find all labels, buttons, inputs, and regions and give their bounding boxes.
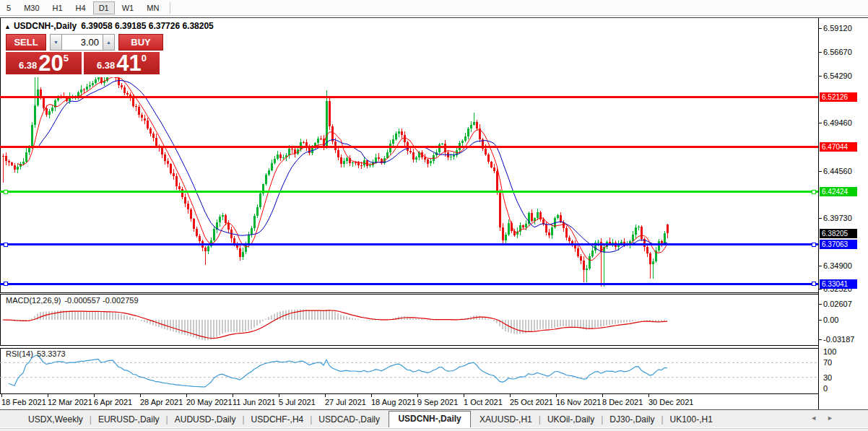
date-axis-tick <box>325 394 326 397</box>
tab-usdx-weekly[interactable]: USDX,Weekly <box>22 412 90 427</box>
tab-uk100-h1[interactable]: UK100-,H1 <box>664 412 719 427</box>
volume-increase-button[interactable]: ▲ <box>103 34 115 51</box>
price-axis: 6.591206.566706.542906.494606.445606.397… <box>818 18 868 409</box>
tab-dj30-daily[interactable]: DJ30-,Daily <box>603 412 661 427</box>
price-axis-label: 6.54290 <box>823 71 852 80</box>
sell-button[interactable]: SELL <box>6 34 46 51</box>
date-axis-tick <box>233 394 233 397</box>
price-line-6.52126[interactable] <box>0 96 819 98</box>
date-axis-tick <box>48 394 48 397</box>
price-axis-label: 6.56670 <box>823 48 852 56</box>
date-axis-tick <box>602 394 603 397</box>
date-label: 20 May 2021 <box>186 398 233 406</box>
line-drag-handle[interactable] <box>812 282 815 286</box>
date-label: 25 Oct 2021 <box>510 398 553 406</box>
date-axis-tick <box>510 394 511 397</box>
chart-window[interactable]: ▲USDCNH-,Daily6.39058 6.39185 6.37726 6.… <box>0 17 868 431</box>
timeframe-toolbar: 5M30H1H4D1W1MN <box>0 0 868 16</box>
date-label: 5 Jul 2021 <box>279 398 316 406</box>
buy-button[interactable]: BUY <box>118 34 163 51</box>
rsi-axis-label: 70 <box>823 358 832 367</box>
price-line-6.47044[interactable] <box>0 146 819 148</box>
line-drag-handle[interactable] <box>812 190 815 193</box>
chart-ohlc-values: 6.39058 6.39185 6.37726 6.38205 <box>81 21 214 31</box>
timeframe-h1[interactable]: H1 <box>47 1 69 14</box>
toolbar-separator <box>170 2 170 14</box>
ask-price-panel[interactable]: 6.38410 <box>84 52 160 74</box>
timeframe-m30[interactable]: M30 <box>18 1 45 14</box>
tab-usdcad-daily[interactable]: USDCAD-,Daily <box>312 412 386 427</box>
tab-usdchf-h4[interactable]: USDCHF-,H4 <box>245 412 311 427</box>
volume-decrease-button[interactable]: ▼ <box>50 34 62 51</box>
date-axis-tick <box>371 394 372 397</box>
price-axis-tick <box>819 123 822 123</box>
macd-histogram <box>2 309 668 340</box>
one-click-toggle-icon[interactable]: ▲ <box>4 23 11 30</box>
price-line-6.33041[interactable] <box>0 283 819 285</box>
tab-xauusd-h1[interactable]: XAUUSD-,H1 <box>473 412 539 427</box>
price-tag-6.42424: 6.42424 <box>820 187 857 196</box>
rsi-indicator-plot[interactable] <box>0 348 819 394</box>
rsi-axis-label: 30 <box>823 373 832 382</box>
tab-eurusd-daily[interactable]: EURUSD-,Daily <box>92 412 166 427</box>
date-axis-tick <box>417 394 418 397</box>
macd-axis-tick <box>819 339 822 340</box>
price-tag-6.52126: 6.52126 <box>820 92 857 102</box>
horizontal-price-lines[interactable] <box>0 96 819 286</box>
tab-audusd-daily[interactable]: AUDUSD-,Daily <box>168 412 243 427</box>
rsi-line <box>9 355 667 387</box>
chart-tab-bar: USDX,Weekly|EURUSD-,Daily|AUDUSD-,Daily|… <box>0 410 868 427</box>
tab-usdcnh-daily[interactable]: USDCNH-,Daily <box>389 411 470 427</box>
date-axis-tick <box>140 394 141 397</box>
timeframe-mn[interactable]: MN <box>141 1 165 14</box>
bid-price-panel[interactable]: 6.38205 <box>6 52 82 74</box>
date-label: 11 Jun 2021 <box>233 398 276 406</box>
price-line-6.42424[interactable] <box>0 191 819 193</box>
date-axis-tick <box>1 394 2 397</box>
timeframe-h4[interactable]: H4 <box>70 1 92 14</box>
tab-ukoil-daily[interactable]: UKOil-,Daily <box>541 412 601 427</box>
macd-axis-tick <box>819 320 822 321</box>
line-drag-handle[interactable] <box>812 243 815 246</box>
date-label: 28 Apr 2021 <box>140 398 183 406</box>
macd-axis-label: -0.03187 <box>823 335 854 344</box>
price-tag-6.47044: 6.47044 <box>820 142 857 152</box>
line-drag-handle[interactable] <box>4 190 7 193</box>
timeframe-w1[interactable]: W1 <box>116 1 140 14</box>
date-label: 16 Nov 2021 <box>556 398 601 406</box>
date-label: 12 Mar 2021 <box>48 398 92 406</box>
price-axis-tick <box>819 76 822 77</box>
bid-price-sup: 5 <box>64 53 69 64</box>
line-drag-handle[interactable] <box>4 282 7 286</box>
price-tag-6.33041: 6.33041 <box>820 279 857 289</box>
price-axis-label: 6.34900 <box>823 261 852 270</box>
price-axis-tick <box>819 266 822 266</box>
macd-axis-label: 0.00 <box>823 315 838 324</box>
price-axis-tick <box>819 289 822 289</box>
price-line-6.37063[interactable] <box>0 243 819 245</box>
tab-scroll-right-icon[interactable]: ► <box>827 414 843 422</box>
timeframe-5[interactable]: 5 <box>1 1 17 14</box>
bid-price-small: 6.38 <box>19 60 37 71</box>
date-axis-tick <box>186 394 187 397</box>
volume-input[interactable] <box>62 34 103 51</box>
rsi-axis-label: 100 <box>823 347 836 356</box>
ma-fast-line <box>17 77 667 261</box>
tab-scroll-arrows: ◄► <box>810 414 843 422</box>
bid-price-big: 20 <box>38 54 63 73</box>
price-axis-tick <box>819 52 822 53</box>
date-label: 18 Aug 2021 <box>371 398 416 406</box>
line-drag-handle[interactable] <box>4 243 7 246</box>
date-label: 1 Oct 2021 <box>464 398 503 406</box>
tab-scroll-left-icon[interactable]: ◄ <box>810 414 827 422</box>
one-click-trading-panel: SELL ▼ ▲ BUY 6.38205 6.38410 <box>3 31 166 77</box>
timeframe-d1[interactable]: D1 <box>93 1 115 14</box>
date-label: 6 Apr 2021 <box>94 398 132 406</box>
chart-symbol-label: USDCNH-,Daily <box>14 21 77 31</box>
date-axis-tick <box>94 394 95 397</box>
price-tag-6.38205: 6.38205 <box>820 229 857 238</box>
candlesticks <box>2 66 669 287</box>
rsi-indicator-label: RSI(14)53.3373 <box>6 349 66 358</box>
price-tag-6.37063: 6.37063 <box>820 240 857 249</box>
rsi-axis-label: 0 <box>823 384 828 393</box>
